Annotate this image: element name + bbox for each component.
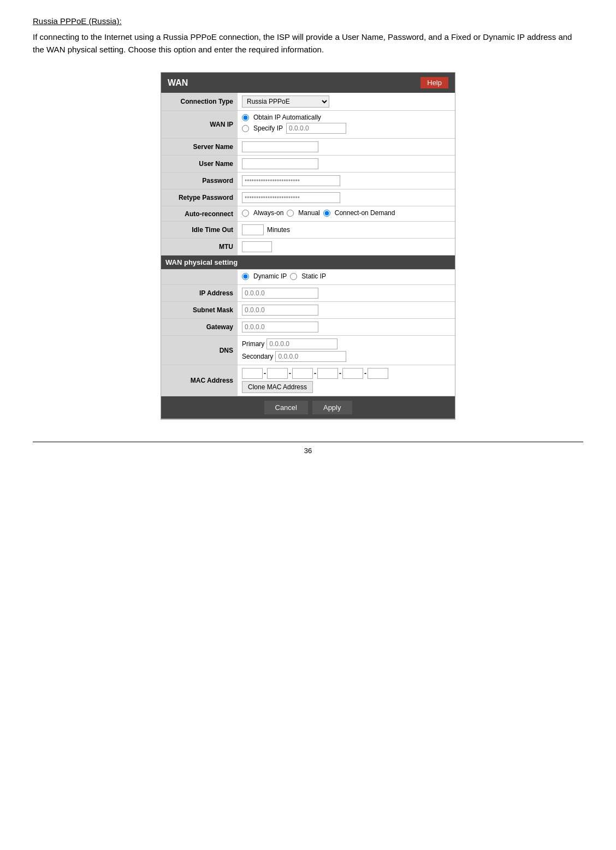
idle-timeout-label: Idle Time Out (161, 222, 238, 239)
subnet-mask-row: Subnet Mask (161, 302, 455, 319)
wan-ip-value: Obtain IP Automatically Specify IP (238, 111, 455, 139)
mac-sep-1: - (264, 370, 266, 377)
connect-on-demand-radio[interactable] (323, 210, 330, 217)
user-name-row: User Name (161, 156, 455, 173)
server-name-input[interactable] (242, 141, 318, 152)
wan-table: Connection Type Russia PPPoE WAN IP Obta… (161, 93, 455, 419)
connection-type-value: Russia PPPoE (238, 93, 455, 111)
wan-ip-label: WAN IP (161, 111, 238, 139)
auto-reconnect-row: Auto-reconnect Always-on Manual Connect-… (161, 206, 455, 222)
ip-type-row: Dynamic IP Static IP (161, 270, 455, 285)
ip-address-row: IP Address (161, 285, 455, 302)
page-title: Russia PPPoE (Russia): (33, 16, 583, 26)
subnet-mask-input[interactable] (242, 305, 318, 316)
mtu-label: MTU (161, 239, 238, 255)
help-button[interactable]: Help (420, 77, 448, 88)
dns-primary-line: Primary (242, 338, 451, 349)
connection-type-select[interactable]: Russia PPPoE (242, 96, 329, 108)
wan-panel: WAN Help Connection Type Russia PPPoE WA… (161, 72, 455, 420)
clone-mac-button[interactable]: Clone MAC Address (242, 381, 313, 393)
mac-octet-2[interactable]: 18 (267, 368, 288, 379)
obtain-ip-radio[interactable] (242, 114, 249, 121)
idle-timeout-input[interactable]: 5 (242, 224, 264, 235)
wan-title: WAN (168, 78, 188, 88)
wan-header: WAN Help (161, 73, 455, 93)
obtain-ip-group: Obtain IP Automatically (242, 114, 451, 121)
idle-row: 5 Minutes (242, 224, 451, 235)
ip-type-group: Dynamic IP Static IP (242, 272, 451, 280)
page-number: 36 (33, 442, 583, 455)
mtu-row-inner: 1492 (242, 241, 451, 252)
description: If connecting to the Internet using a Ru… (33, 31, 583, 56)
specify-ip-label: Specify IP (253, 124, 283, 132)
physical-section-row: WAN physical setting (161, 255, 455, 270)
auto-reconnect-label: Auto-reconnect (161, 206, 238, 222)
mac-octet-3[interactable]: E7 (292, 368, 313, 379)
manual-label: Manual (298, 209, 319, 217)
connection-type-row: Connection Type Russia PPPoE (161, 93, 455, 111)
apply-button[interactable]: Apply (312, 401, 352, 414)
dns-secondary-line: Secondary (242, 351, 451, 362)
dynamic-ip-radio[interactable] (242, 273, 249, 280)
connection-type-label: Connection Type (161, 93, 238, 111)
password-label: Password (161, 173, 238, 189)
wan-ip-row: WAN IP Obtain IP Automatically Specify I… (161, 111, 455, 139)
mac-sep-5: - (364, 370, 366, 377)
mtu-input[interactable]: 1492 (242, 241, 272, 252)
cancel-button[interactable]: Cancel (264, 401, 308, 414)
secondary-dns-input[interactable] (275, 351, 346, 362)
primary-dns-input[interactable] (266, 338, 337, 349)
retype-password-row: Retype Password (161, 189, 455, 206)
static-ip-label: Static IP (301, 272, 326, 280)
specify-ip-radio[interactable] (242, 125, 249, 132)
password-value (238, 173, 455, 189)
mac-address-value: 00 - 18 - E7 - 6A - 30 - 3D Clone MAC Ad… (238, 365, 455, 396)
mac-row: 00 - 18 - E7 - 6A - 30 - 3D (242, 368, 451, 379)
specify-ip-group: Specify IP (242, 123, 451, 134)
subnet-mask-value (238, 302, 455, 319)
mtu-value: 1492 (238, 239, 455, 255)
server-name-row: Server Name (161, 139, 455, 156)
retype-password-label: Retype Password (161, 189, 238, 206)
mac-sep-3: - (314, 370, 316, 377)
gateway-row: Gateway (161, 319, 455, 336)
footer-buttons: Cancel Apply (165, 401, 451, 414)
server-name-label: Server Name (161, 139, 238, 156)
mac-sep-4: - (339, 370, 341, 377)
secondary-label: Secondary (242, 353, 273, 360)
mac-sep-2: - (289, 370, 291, 377)
mac-octet-6[interactable]: 3D (368, 368, 388, 379)
auto-reconnect-value: Always-on Manual Connect-on Demand (238, 206, 455, 222)
title-underline: Russia PPPoE (Russia): (33, 16, 122, 26)
server-name-value (238, 139, 455, 156)
ip-address-label: IP Address (161, 285, 238, 302)
password-row: Password (161, 173, 455, 189)
user-name-value (238, 156, 455, 173)
mac-address-label: MAC Address (161, 365, 238, 396)
password-input[interactable] (242, 175, 340, 186)
dns-row: DNS Primary Secondary (161, 336, 455, 365)
ip-type-value: Dynamic IP Static IP (238, 270, 455, 285)
subnet-mask-label: Subnet Mask (161, 302, 238, 319)
always-on-radio[interactable] (242, 210, 249, 217)
dynamic-ip-label: Dynamic IP (253, 272, 287, 280)
ip-type-label-empty (161, 270, 238, 285)
specify-ip-input[interactable] (286, 123, 346, 134)
mac-octet-1[interactable]: 00 (242, 368, 263, 379)
footer-row: Cancel Apply (161, 396, 455, 419)
ip-address-input[interactable] (242, 288, 318, 299)
retype-password-input[interactable] (242, 192, 340, 203)
static-ip-radio[interactable] (290, 273, 297, 280)
gateway-input[interactable] (242, 322, 318, 332)
mac-octet-4[interactable]: 6A (317, 368, 338, 379)
mac-octet-5[interactable]: 30 (342, 368, 363, 379)
primary-label: Primary (242, 340, 264, 348)
retype-password-value (238, 189, 455, 206)
dns-value: Primary Secondary (238, 336, 455, 365)
connect-on-demand-label: Connect-on Demand (335, 209, 395, 217)
physical-section-header: WAN physical setting (161, 255, 455, 270)
idle-timeout-row: Idle Time Out 5 Minutes (161, 222, 455, 239)
manual-radio[interactable] (287, 210, 294, 217)
idle-timeout-value: 5 Minutes (238, 222, 455, 239)
user-name-input[interactable] (242, 158, 318, 169)
